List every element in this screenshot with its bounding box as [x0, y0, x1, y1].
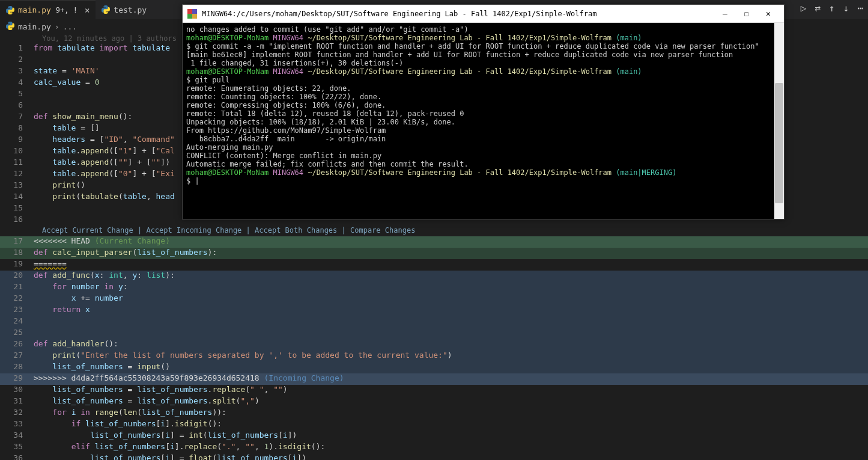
editor-toolbar: ▷ ⇄ ↑ ↓ ⋯ [801, 2, 863, 14]
tab-badge: 9+, ! [56, 6, 77, 14]
close-icon[interactable]: ✕ [757, 5, 779, 22]
python-icon [6, 6, 14, 14]
terminal-window: MINGW64:/c/Users/moham/Desktop/SUT/Softw… [182, 4, 785, 219]
scrollbar-thumb[interactable] [775, 83, 783, 203]
window-controls: — ☐ ✕ [714, 5, 779, 22]
accept-current-button[interactable]: Accept Current Change [42, 226, 133, 235]
svg-rect-1 [192, 9, 197, 14]
git-bash-icon [187, 9, 197, 19]
accept-both-button[interactable]: Accept Both Changes [255, 226, 337, 235]
tab-name: main.py [18, 5, 51, 14]
terminal-title: MINGW64:/c/Users/moham/Desktop/SUT/Softw… [202, 10, 714, 18]
accept-incoming-button[interactable]: Accept Incoming Change [146, 226, 241, 235]
arrow-up-icon[interactable]: ↑ [829, 2, 835, 14]
merge-conflict-block[interactable]: 17<<<<<<< HEAD (Current Change)18def cal… [0, 236, 868, 460]
compare-changes-button[interactable]: Compare Changes [350, 226, 415, 235]
breadcrumb-more[interactable]: ... [63, 22, 77, 31]
maximize-icon[interactable]: ☐ [736, 5, 757, 22]
close-icon[interactable]: × [85, 5, 90, 15]
terminal-titlebar[interactable]: MINGW64:/c/Users/moham/Desktop/SUT/Softw… [183, 5, 784, 23]
minimize-icon[interactable]: — [714, 5, 736, 22]
terminal-scrollbar[interactable] [774, 23, 784, 219]
breadcrumb-file[interactable]: main.py [18, 22, 51, 31]
diff-icon[interactable]: ⇄ [815, 2, 821, 14]
run-icon[interactable]: ▷ [801, 2, 807, 14]
python-icon [6, 22, 14, 32]
svg-rect-2 [187, 14, 192, 19]
tab-test-py[interactable]: test.py [96, 0, 153, 19]
tab-main-py[interactable]: main.py 9+, ! × [0, 0, 96, 19]
arrow-down-icon[interactable]: ↓ [843, 2, 849, 14]
more-icon[interactable]: ⋯ [857, 2, 863, 14]
python-icon [102, 5, 110, 14]
merge-codelens: Accept Current Change | Accept Incoming … [0, 226, 868, 236]
chevron-right-icon: › [55, 22, 59, 31]
terminal-body[interactable]: no changes added to commit (use "git add… [183, 23, 784, 219]
tab-name: test.py [114, 5, 147, 14]
svg-rect-0 [187, 9, 192, 14]
svg-rect-3 [192, 14, 197, 19]
